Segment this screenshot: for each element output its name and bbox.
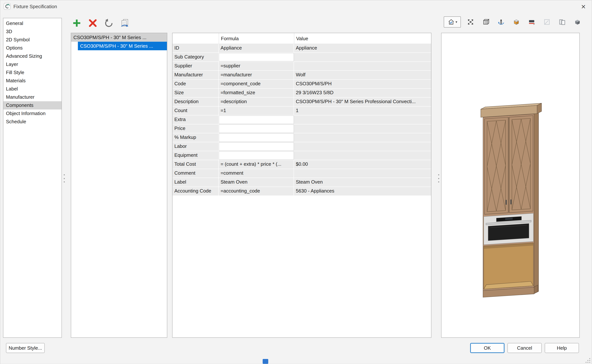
- sidebar-item-fill-style[interactable]: Fill Style: [3, 69, 61, 77]
- sidebar-item-layer[interactable]: Layer: [3, 60, 61, 69]
- edit-drawing-button[interactable]: [541, 16, 553, 27]
- components-table: Formula Value IDApplianceApplianceSub Ca…: [172, 33, 431, 338]
- formula-cell[interactable]: [219, 151, 294, 160]
- value-cell[interactable]: [294, 53, 431, 61]
- formula-cell[interactable]: [219, 116, 294, 124]
- formula-cell[interactable]: [219, 142, 294, 151]
- value-cell[interactable]: [294, 116, 431, 124]
- copy-components-button[interactable]: [118, 16, 132, 30]
- formula-cell[interactable]: =component_code: [219, 80, 294, 88]
- value-cell[interactable]: [294, 151, 431, 160]
- value-cell[interactable]: 5630 - Appliances: [294, 187, 431, 195]
- value-cell[interactable]: [294, 169, 431, 178]
- sidebar-item-options[interactable]: Options: [3, 44, 61, 52]
- reset-components-button[interactable]: [102, 16, 116, 30]
- value-cell[interactable]: [294, 124, 431, 133]
- solid-cube-icon: [574, 18, 581, 26]
- splitter-handle-right[interactable]: [437, 174, 440, 182]
- row-label: Supplier: [172, 62, 219, 70]
- edit-drawing-icon: [543, 18, 551, 26]
- camera-views-dropdown-icon: [447, 18, 455, 26]
- orbit-walkthrough-button[interactable]: [495, 16, 507, 27]
- component-tree-row[interactable]: CSO30PM/S/PH - 30" M Series ...: [71, 33, 167, 42]
- formula-cell[interactable]: [219, 124, 294, 133]
- formula-cell[interactable]: =supplier: [219, 62, 294, 70]
- value-cell[interactable]: Wolf: [294, 71, 431, 79]
- sidebar-item-materials[interactable]: Materials: [3, 77, 61, 85]
- row-label: Sub Category: [172, 53, 219, 61]
- sidebar-item-general[interactable]: General: [3, 19, 61, 27]
- compare-cabinets-button[interactable]: [557, 16, 568, 27]
- component-row-extra: Extra: [172, 116, 431, 124]
- value-cell[interactable]: Appliance: [294, 44, 431, 52]
- row-label: Accounting Code: [172, 187, 219, 195]
- components-tree: CSO30PM/S/PH - 30" M Series ...CSO30PM/S…: [71, 33, 167, 338]
- column-header-value: Value: [294, 33, 431, 44]
- row-label: Manufacturer: [172, 71, 219, 79]
- sidebar-item-manufacturer[interactable]: Manufacturer: [3, 93, 61, 101]
- component-row-size: Size=formatted_size29 3/16W23 5/8D: [172, 89, 431, 97]
- sidebar-item-advanced-sizing[interactable]: Advanced Sizing: [3, 52, 61, 60]
- sidebar-item-schedule[interactable]: Schedule: [3, 118, 61, 126]
- ok-button[interactable]: OK: [470, 343, 504, 353]
- row-label: Description: [172, 98, 219, 106]
- cancel-button[interactable]: Cancel: [507, 343, 542, 353]
- value-cell[interactable]: 29 3/16W23 5/8D: [294, 89, 431, 97]
- row-label: Comment: [172, 169, 219, 178]
- solid-cube-button[interactable]: [572, 16, 583, 27]
- sidebar-item-components[interactable]: Components: [3, 101, 61, 110]
- sidebar-item-object-information[interactable]: Object Information: [3, 110, 61, 118]
- formula-cell[interactable]: =comment: [219, 169, 294, 178]
- titlebar: Fixture Specification ×: [0, 0, 592, 13]
- formula-cell[interactable]: =1: [219, 106, 294, 115]
- row-label: Extra: [172, 116, 219, 124]
- component-row-labor: Labor: [172, 142, 431, 151]
- component-tree-row[interactable]: CSO30PM/S/PH - 30" M Series ...: [78, 42, 167, 50]
- formula-cell[interactable]: =manufacturer: [219, 71, 294, 79]
- add-component-button[interactable]: [70, 16, 84, 30]
- value-cell[interactable]: [294, 62, 431, 70]
- formula-cell[interactable]: = (count + extra) * price * (...: [219, 160, 294, 169]
- component-row-total-cost: Total Cost= (count + extra) * price * (.…: [172, 160, 431, 169]
- formula-cell[interactable]: [219, 133, 294, 142]
- formula-cell[interactable]: =accounting_code: [219, 187, 294, 195]
- sidebar-item-3d[interactable]: 3D: [3, 27, 61, 36]
- formula-cell[interactable]: Appliance: [219, 44, 294, 52]
- material-cube-button[interactable]: [511, 16, 522, 27]
- formula-cell[interactable]: =formatted_size: [219, 89, 294, 97]
- formula-cell[interactable]: Steam Oven: [219, 178, 294, 187]
- components-toolbar: [70, 16, 132, 30]
- value-cell[interactable]: CSO30PM/S/PH - 30" M Series Professional…: [294, 98, 431, 106]
- splitter-handle-left[interactable]: [63, 174, 66, 182]
- value-cell[interactable]: Steam Oven: [294, 178, 431, 187]
- value-cell[interactable]: 1: [294, 106, 431, 115]
- value-cell[interactable]: [294, 133, 431, 142]
- number-style-button[interactable]: Number Style...: [6, 343, 45, 353]
- help-button[interactable]: Help: [545, 343, 579, 353]
- cross-section-button[interactable]: [480, 16, 491, 27]
- formula-cell[interactable]: =description: [219, 98, 294, 106]
- value-cell[interactable]: $0.00: [294, 160, 431, 169]
- resize-grip-icon[interactable]: [585, 358, 591, 363]
- fill-window-icon: [467, 18, 474, 26]
- component-row-sub-category: Sub Category: [172, 53, 431, 61]
- toggle-display-button[interactable]: [526, 16, 537, 27]
- value-cell[interactable]: [294, 142, 431, 151]
- sidebar-list: General3D2D SymbolOptionsAdvanced Sizing…: [3, 19, 61, 126]
- fill-window-button[interactable]: [465, 16, 476, 27]
- column-header-blank: [172, 33, 219, 44]
- toggle-display-icon: [528, 18, 535, 26]
- sidebar-item-2d-symbol[interactable]: 2D Symbol: [3, 36, 61, 44]
- sidebar-item-label[interactable]: Label: [3, 85, 61, 93]
- camera-views-dropdown-button[interactable]: ▾: [444, 16, 461, 27]
- value-cell[interactable]: CSO30PM/S/PH: [294, 80, 431, 88]
- row-label: Total Cost: [172, 160, 219, 169]
- component-row-accounting-code: Accounting Code=accounting_code5630 - Ap…: [172, 187, 431, 195]
- copy-components-icon: [120, 18, 130, 28]
- preview-panel[interactable]: [441, 33, 580, 338]
- component-row-comment: Comment=comment: [172, 169, 431, 178]
- delete-component-button[interactable]: [86, 16, 99, 30]
- column-header-formula: Formula: [219, 33, 294, 44]
- close-button[interactable]: ×: [575, 0, 592, 13]
- formula-cell[interactable]: [219, 53, 294, 61]
